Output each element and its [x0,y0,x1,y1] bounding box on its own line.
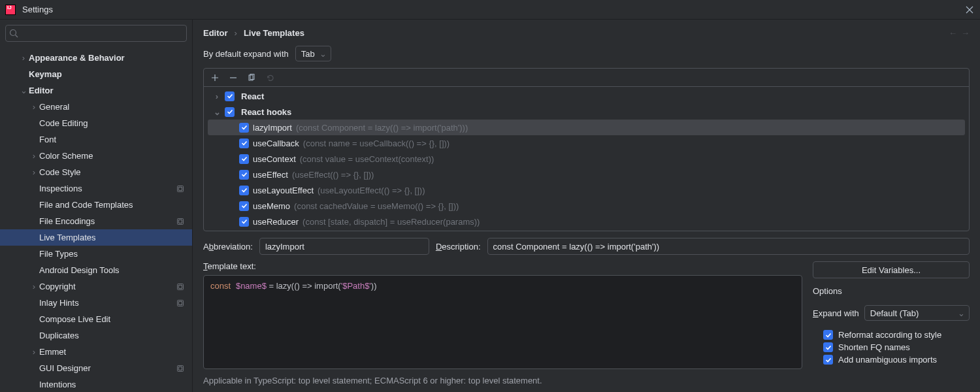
sidebar-item-label: Code Editing [39,118,186,128]
chevron-right-icon: › [29,167,39,177]
option-label: Reformat according to style [838,330,941,340]
checkbox[interactable] [239,154,249,164]
chevron-down-icon: ⌄ [212,107,222,117]
template-text-editor[interactable]: const $name$ = lazy(() => import('$Path$… [203,275,802,369]
checkbox[interactable] [823,355,833,365]
breadcrumb-editor[interactable]: Editor [203,28,228,38]
sidebar-item-label: GUI Designer [39,363,175,373]
checkbox[interactable] [239,139,249,148]
minus-icon [229,74,237,82]
template-item-usecontext[interactable]: useContext(const value = useContext(cont… [204,151,969,167]
template-item-usecallback[interactable]: useCallback(const name = useCallback(() … [204,135,969,151]
sidebar-item-code-editing[interactable]: Code Editing [0,115,192,131]
expand-with-select[interactable]: Tab ⌄ [295,46,331,61]
checkbox[interactable] [823,342,833,352]
description-label: Description: [436,242,481,252]
add-button[interactable] [208,71,222,85]
templates-toolbar [204,69,969,87]
sidebar-item-intentions[interactable]: Intentions [0,376,192,392]
template-item-uselayouteffect[interactable]: useLayoutEffect(useLayoutEffect(() => {}… [204,182,969,198]
remove-button[interactable] [226,71,240,85]
sidebar-item-live-templates[interactable]: Live Templates [0,229,192,246]
settings-sidebar: ›Appearance & BehaviorKeymap⌄Editor›Gene… [0,20,193,392]
checkbox[interactable] [239,170,249,180]
sidebar-item-gui-designer[interactable]: GUI Designer [0,360,192,376]
sidebar-item-label: Editor [29,86,186,95]
project-level-icon [175,283,186,291]
sidebar-item-color-scheme[interactable]: ›Color Scheme [0,148,192,164]
checkbox[interactable] [239,201,249,211]
template-item-usereducer[interactable]: useReducer(const [state, dispatch] = use… [204,214,969,229]
sidebar-item-inspections[interactable]: Inspections [0,180,192,197]
option-shorten-fq-names[interactable]: Shorten FQ names [813,341,970,353]
checkbox[interactable] [823,330,833,340]
option-label: Add unambiguous imports [838,355,937,365]
svg-rect-1 [178,186,184,191]
chevron-right-icon: › [235,28,237,38]
svg-rect-4 [179,220,182,223]
template-item-lazyimport[interactable]: lazyImport(const Component = lazy(() => … [208,120,965,135]
expand-with-option-select[interactable]: Default (Tab) ⌄ [864,305,970,321]
sidebar-item-label: File and Code Templates [39,200,186,210]
chevron-right-icon: › [29,151,39,161]
breadcrumb-live-templates: Live Templates [244,28,304,38]
sidebar-item-keymap[interactable]: Keymap [0,66,192,82]
copy-button[interactable] [244,71,259,85]
template-item-desc: (useLayoutEffect(() => {}, [])) [318,186,425,195]
chevron-right-icon: › [29,102,39,112]
abbreviation-label: Abbreviation: [203,242,253,252]
undo-icon [266,74,274,82]
sidebar-item-copyright[interactable]: ›Copyright [0,278,192,295]
close-icon [966,6,973,14]
checkbox[interactable] [239,217,249,227]
checkbox[interactable] [225,91,235,101]
checkbox[interactable] [225,107,235,117]
option-add-unambiguous-imports[interactable]: Add unambiguous imports [813,353,970,366]
checkbox[interactable] [239,186,249,195]
settings-tree[interactable]: ›Appearance & BehaviorKeymap⌄Editor›Gene… [0,47,192,392]
template-item-name: useEffect [253,170,288,180]
sidebar-item-file-encodings[interactable]: File Encodings [0,213,192,229]
template-group-react-hooks[interactable]: ⌄React hooks [204,104,969,120]
sidebar-item-android-design-tools[interactable]: Android Design Tools [0,262,192,278]
project-level-icon [175,299,186,307]
search-input[interactable] [5,25,187,42]
templates-tree[interactable]: ›React⌄React hookslazyImport(const Compo… [204,87,969,231]
sidebar-item-label: Duplicates [39,331,186,340]
applicable-contexts: Applicable in TypeScript: top level stat… [203,373,802,385]
nav-forward-icon[interactable]: → [961,28,970,38]
edit-variables-button[interactable]: Edit Variables... [813,261,970,278]
abbreviation-input[interactable] [259,238,429,255]
settings-search[interactable] [5,25,187,42]
sidebar-item-editor[interactable]: ⌄Editor [0,82,192,99]
chevron-right-icon: › [29,347,39,357]
svg-rect-6 [179,285,182,288]
sidebar-item-code-style[interactable]: ›Code Style [0,164,192,180]
sidebar-item-label: Font [39,135,186,144]
sidebar-item-general[interactable]: ›General [0,99,192,115]
sidebar-item-file-types[interactable]: File Types [0,246,192,262]
template-group-react[interactable]: ›React [204,88,969,104]
template-item-useeffect[interactable]: useEffect(useEffect(() => {}, [])) [204,167,969,182]
expand-with-label: By default expand with [203,49,289,59]
sidebar-item-font[interactable]: Font [0,131,192,148]
nav-back-icon[interactable]: ← [949,28,957,38]
close-button[interactable] [964,5,975,15]
sidebar-item-file-and-code-templates[interactable]: File and Code Templates [0,197,192,213]
titlebar: Settings [0,0,980,20]
app-logo-icon [5,5,16,15]
template-item-name: useContext [253,154,296,164]
sidebar-item-compose-live-edit[interactable]: Compose Live Edit [0,311,192,327]
sidebar-item-emmet[interactable]: ›Emmet [0,344,192,360]
template-text-label: Template text: [203,261,802,271]
sidebar-item-inlay-hints[interactable]: Inlay Hints [0,295,192,311]
chevron-right-icon: › [29,282,39,291]
sidebar-item-label: Emmet [39,347,186,357]
template-item-usememo[interactable]: useMemo(const cachedValue = useMemo(() =… [204,198,969,214]
checkbox[interactable] [239,123,249,133]
sidebar-item-duplicates[interactable]: Duplicates [0,327,192,344]
description-input[interactable] [487,238,970,255]
template-item-useref[interactable]: useRef(const ref = useRef(initialValue)) [204,229,969,231]
sidebar-item-appearance-behavior[interactable]: ›Appearance & Behavior [0,50,192,66]
option-reformat-according-to-style[interactable]: Reformat according to style [813,329,970,341]
